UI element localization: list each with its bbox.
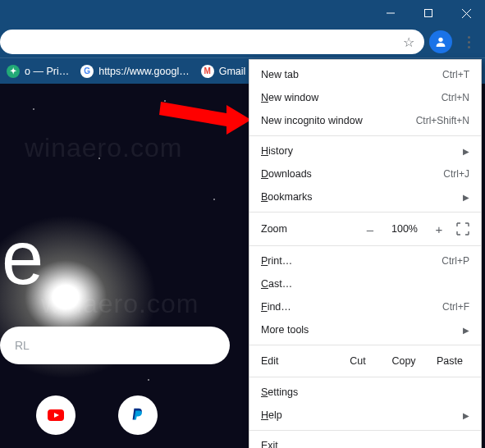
- menu-more-tools[interactable]: More tools ▶: [249, 318, 481, 341]
- watermark-text: winaero.com: [41, 289, 199, 319]
- menu-separator: [249, 345, 481, 345]
- zoom-out-button[interactable]: –: [361, 222, 379, 236]
- bookmark-label: https://www.googl…: [98, 66, 189, 77]
- menu-separator: [249, 245, 481, 246]
- menu-separator: [249, 212, 481, 213]
- menu-new-window[interactable]: New window Ctrl+N: [249, 86, 481, 109]
- menu-copy[interactable]: Copy: [384, 355, 423, 367]
- google-search-input[interactable]: RL: [0, 327, 230, 364]
- menu-help[interactable]: Help ▶: [249, 404, 481, 427]
- menu-exit[interactable]: Exit: [249, 434, 481, 448]
- profile-button[interactable]: [429, 30, 452, 53]
- address-bar[interactable]: ☆: [0, 30, 424, 54]
- google-logo: oogle: [0, 215, 41, 301]
- menu-new-tab[interactable]: New tab Ctrl+T: [249, 63, 481, 86]
- shortcut-paypal[interactable]: [118, 395, 158, 435]
- zoom-in-button[interactable]: +: [430, 222, 448, 236]
- site-icon: ✦: [7, 65, 20, 78]
- search-placeholder: RL: [15, 339, 30, 352]
- submenu-arrow-icon: ▶: [463, 147, 469, 156]
- zoom-value: 100%: [387, 223, 422, 235]
- menu-find[interactable]: Find… Ctrl+F: [249, 295, 481, 318]
- submenu-arrow-icon: ▶: [463, 326, 469, 335]
- maximize-button[interactable]: [410, 0, 447, 26]
- submenu-arrow-icon: ▶: [463, 411, 469, 420]
- menu-separator: [249, 430, 481, 431]
- minimize-button[interactable]: [372, 0, 410, 26]
- bookmark-label: o — Pri…: [25, 66, 69, 77]
- google-icon: G: [80, 65, 94, 78]
- menu-edit-row: Edit Cut Copy Paste: [249, 349, 481, 373]
- shortcuts-row: [0, 395, 158, 435]
- bookmark-label: Gmail: [219, 66, 246, 77]
- menu-new-incognito[interactable]: New incognito window Ctrl+Shift+N: [249, 109, 481, 132]
- bookmark-item[interactable]: M Gmail: [201, 65, 246, 78]
- menu-separator: [249, 377, 481, 377]
- chrome-menu-button[interactable]: [457, 30, 480, 53]
- menu-bookmarks[interactable]: Bookmarks ▶: [249, 185, 481, 208]
- menu-paste[interactable]: Paste: [430, 355, 469, 367]
- menu-settings[interactable]: Settings: [249, 381, 481, 404]
- svg-rect-1: [425, 10, 432, 17]
- window-titlebar: [0, 0, 485, 26]
- bookmark-item[interactable]: ✦ o — Pri…: [7, 65, 69, 78]
- watermark-text: winaero.com: [25, 133, 182, 163]
- submenu-arrow-icon: ▶: [463, 193, 469, 202]
- menu-print[interactable]: Print… Ctrl+P: [249, 249, 481, 272]
- menu-separator: [249, 135, 481, 136]
- shortcut-youtube[interactable]: [36, 395, 75, 435]
- gmail-icon: M: [201, 65, 214, 78]
- menu-cut[interactable]: Cut: [338, 355, 377, 367]
- bookmark-star-icon[interactable]: ☆: [403, 34, 414, 50]
- menu-zoom-row: Zoom – 100% +: [249, 216, 481, 242]
- fullscreen-icon[interactable]: [456, 222, 469, 235]
- menu-history[interactable]: History ▶: [249, 139, 481, 162]
- menu-downloads[interactable]: Downloads Ctrl+J: [249, 162, 481, 185]
- youtube-icon: [46, 405, 66, 425]
- paypal-icon: [129, 406, 147, 424]
- menu-cast[interactable]: Cast…: [249, 272, 481, 295]
- toolbar: ☆: [0, 26, 485, 57]
- chrome-menu: New tab Ctrl+T New window Ctrl+N New inc…: [249, 59, 482, 448]
- close-button[interactable]: [447, 0, 485, 26]
- svg-point-4: [438, 38, 442, 42]
- bookmark-item[interactable]: G https://www.googl…: [80, 65, 189, 78]
